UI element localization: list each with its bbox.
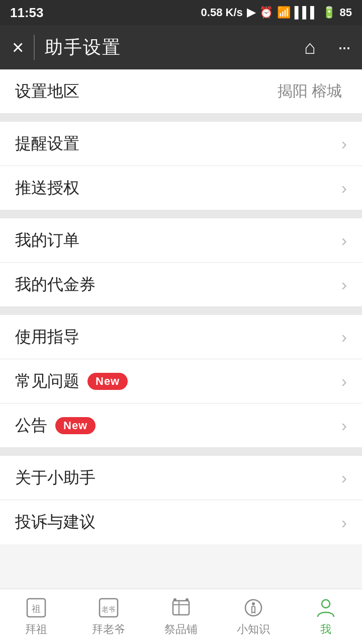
row-notice-label: 公告 New — [15, 415, 341, 437]
tab-bailaoye[interactable]: 老爷 拜老爷 — [72, 597, 145, 637]
wifi-icon: 📶 — [277, 6, 291, 19]
tab-xiazhishi-label: 小知识 — [237, 622, 270, 637]
faq-new-badge: New — [87, 373, 128, 390]
row-myorders[interactable]: 我的订单 › — [0, 218, 362, 263]
home-button[interactable]: ⌂ — [304, 37, 316, 58]
row-faq-chevron: › — [341, 371, 347, 391]
status-icons: 0.58 K/s ▶ ⏰ 📶 ▌▌▌ 🔋 85 — [201, 6, 352, 19]
notice-new-badge: New — [55, 417, 96, 434]
row-faq-label: 常见问题 New — [15, 370, 341, 392]
row-about[interactable]: 关于小助手 › — [0, 456, 362, 500]
row-feedback[interactable]: 投诉与建议 › — [0, 500, 362, 544]
row-location[interactable]: 设置地区 揭阳 榕城 — [0, 69, 362, 114]
page-title: 助手设置 — [45, 35, 294, 60]
battery-level: 85 — [340, 6, 352, 19]
row-guide-chevron: › — [341, 327, 347, 347]
svg-point-8 — [186, 598, 189, 601]
title-bar: × 助手设置 ⌂ ··· — [0, 25, 362, 69]
bluetooth-icon: ▶ — [247, 6, 255, 19]
row-notice-chevron: › — [341, 416, 347, 435]
svg-point-7 — [173, 598, 176, 601]
svg-point-10 — [252, 602, 255, 605]
row-push[interactable]: 推送授权 › — [0, 166, 362, 210]
row-coupons[interactable]: 我的代金券 › — [0, 263, 362, 307]
row-coupons-chevron: › — [341, 275, 347, 294]
row-notice[interactable]: 公告 New › — [0, 404, 362, 448]
more-button[interactable]: ··· — [338, 37, 350, 58]
tab-jipin-label: 祭品铺 — [164, 622, 198, 637]
jipin-icon — [168, 597, 194, 619]
baizu-icon: 祖 — [23, 597, 49, 619]
tab-baizu-label: 拜祖 — [25, 622, 47, 637]
alarm-icon: ⏰ — [259, 6, 273, 19]
svg-rect-4 — [173, 601, 189, 615]
row-myorders-chevron: › — [341, 230, 347, 250]
title-divider — [34, 35, 35, 60]
menu-container: 设置地区 揭阳 榕城 提醒设置 › 推送授权 › 我的订单 › 我的代金券 › … — [0, 69, 362, 544]
row-push-chevron: › — [341, 178, 347, 198]
svg-text:祖: 祖 — [32, 604, 41, 614]
wo-icon — [313, 597, 339, 619]
tab-baizu[interactable]: 祖 拜祖 — [0, 597, 72, 637]
row-reminder-label: 提醒设置 — [15, 133, 341, 155]
network-speed: 0.58 K/s — [201, 6, 243, 19]
row-location-value: 揭阳 榕城 — [278, 81, 342, 102]
row-myorders-label: 我的订单 — [15, 229, 341, 252]
tab-jipin[interactable]: 祭品铺 — [145, 597, 217, 637]
svg-text:老爷: 老爷 — [102, 606, 116, 613]
row-coupons-label: 我的代金券 — [15, 274, 341, 296]
tab-bar: 祖 拜祖 老爷 拜老爷 祭品铺 — [0, 589, 362, 644]
xiazhishi-icon — [240, 597, 266, 619]
svg-point-11 — [322, 600, 330, 608]
row-feedback-chevron: › — [341, 513, 347, 532]
row-push-label: 推送授权 — [15, 177, 341, 199]
row-guide-label: 使用指导 — [15, 326, 341, 348]
row-location-label: 设置地区 — [15, 80, 278, 103]
section-sep-3 — [0, 307, 362, 315]
row-about-label: 关于小助手 — [15, 467, 341, 489]
status-time: 11:53 — [10, 5, 44, 21]
close-button[interactable]: × — [12, 36, 24, 59]
row-about-chevron: › — [341, 468, 347, 488]
row-feedback-label: 投诉与建议 — [15, 511, 341, 533]
section-sep-4 — [0, 448, 362, 456]
tab-wo-label: 我 — [320, 622, 331, 637]
status-bar: 11:53 0.58 K/s ▶ ⏰ 📶 ▌▌▌ 🔋 85 — [0, 0, 362, 25]
signal-icon: ▌▌▌ — [295, 6, 318, 19]
row-guide[interactable]: 使用指导 › — [0, 315, 362, 359]
bailaoye-icon: 老爷 — [96, 597, 122, 619]
battery-icon: 🔋 — [322, 6, 336, 19]
tab-xiazhishi[interactable]: 小知识 — [217, 597, 290, 637]
row-reminder[interactable]: 提醒设置 › — [0, 122, 362, 166]
section-sep-1 — [0, 114, 362, 122]
svg-point-9 — [245, 600, 261, 616]
section-sep-2 — [0, 210, 362, 218]
tab-wo[interactable]: 我 — [290, 597, 362, 637]
row-faq[interactable]: 常见问题 New › — [0, 359, 362, 404]
row-reminder-chevron: › — [341, 134, 347, 153]
tab-bailaoye-label: 拜老爷 — [92, 622, 125, 637]
